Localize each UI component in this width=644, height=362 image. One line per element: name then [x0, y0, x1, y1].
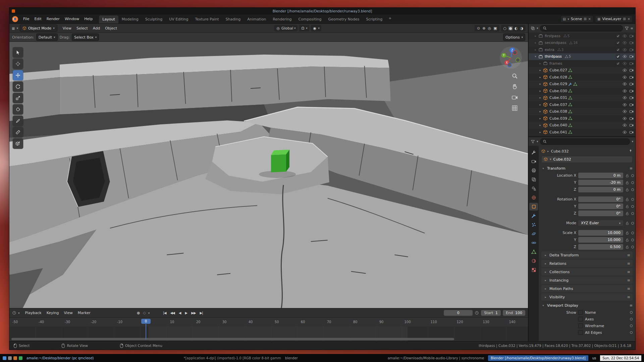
workspace-tab-animation[interactable]: Animation: [244, 15, 269, 23]
transform-orientation-selector[interactable]: ◎ Global ▾: [274, 25, 297, 32]
checkbox-label[interactable]: All Edges: [585, 330, 602, 335]
disclosure-arrow-icon[interactable]: ▸: [534, 48, 537, 51]
outliner-item-name[interactable]: Cube.039: [549, 116, 567, 121]
lock-icon[interactable]: [625, 245, 629, 249]
editor-type-icon[interactable]: ▦: [12, 26, 15, 30]
prev-keyframe-button[interactable]: ◀◀: [168, 310, 176, 315]
menu-file[interactable]: File: [21, 16, 32, 22]
start-frame-field[interactable]: Start 1: [481, 310, 501, 316]
checkbox[interactable]: [578, 310, 583, 315]
workspace-tab-geometry-nodes[interactable]: Geometry Nodes: [325, 15, 363, 23]
disable-render-camera-icon[interactable]: [629, 82, 634, 86]
workspace-tab-scripting[interactable]: Scripting: [363, 15, 386, 23]
window-titlebar[interactable]: Blender [/home/amalie/Desktop/blender/ru…: [9, 8, 635, 14]
disable-render-camera-icon[interactable]: [629, 34, 634, 38]
outliner-row-cube-031[interactable]: ▸ Cube.031: [529, 95, 635, 102]
timeline-track[interactable]: [9, 326, 528, 341]
lock-icon[interactable]: [625, 238, 629, 242]
outliner-item-name[interactable]: Cube.028: [549, 75, 567, 79]
object-name-field[interactable]: ▾ Cube.032: [541, 156, 633, 163]
mode-selector[interactable]: Object Mode ▾: [20, 24, 57, 32]
hide-eye-icon[interactable]: [623, 54, 627, 59]
shading-material[interactable]: ◐: [514, 26, 519, 31]
lock-icon[interactable]: [625, 221, 629, 225]
jump-to-start-button[interactable]: |◀: [161, 310, 168, 315]
hide-eye-icon[interactable]: [623, 48, 627, 52]
menu-object[interactable]: Object: [103, 25, 119, 32]
outliner-item-name[interactable]: Cube.041: [549, 130, 567, 134]
editor-type-icon[interactable]: [12, 311, 16, 315]
outliner-options-icon[interactable]: ≡: [631, 26, 633, 30]
disclosure-arrow-icon[interactable]: ▸: [538, 96, 542, 99]
annotate-tool[interactable]: [13, 116, 23, 126]
workspace-tab-modeling[interactable]: Modeling: [118, 15, 142, 23]
value-field[interactable]: -20 m: [578, 180, 623, 185]
value-field[interactable]: XYZ Euler ▾: [578, 220, 623, 226]
hide-eye-icon[interactable]: [623, 109, 627, 114]
workspace-tab-layout[interactable]: Layout: [99, 15, 118, 23]
workspace-tab-texture-paint[interactable]: Texture Paint: [192, 15, 222, 23]
exclude-checkbox-icon[interactable]: [616, 61, 620, 66]
taskbar-clock[interactable]: Sun, 22 Dec 02:54:54: [600, 355, 641, 361]
shading-wireframe[interactable]: ○: [503, 26, 507, 31]
viewport-canvas[interactable]: [9, 42, 528, 308]
tab-constraints[interactable]: [529, 239, 538, 247]
hide-eye-icon[interactable]: [623, 82, 627, 86]
breadcrumb-object-name[interactable]: Cube.032: [551, 149, 569, 154]
disclosure-arrow-icon[interactable]: ▸: [534, 41, 537, 44]
disable-render-camera-icon[interactable]: [629, 96, 634, 100]
panel-menu-icon[interactable]: ≡: [630, 303, 633, 308]
outliner-row-thirdpass[interactable]: ▾ thirdpass 5: [529, 53, 635, 60]
animate-dot[interactable]: [631, 181, 634, 184]
keyboard-layout-indicator[interactable]: us: [592, 356, 596, 360]
hide-eye-icon[interactable]: [623, 75, 627, 79]
outliner-row-secondpass[interactable]: ▸ secondpass 16: [529, 40, 635, 47]
disclosure-arrow-icon[interactable]: ▸: [538, 69, 542, 72]
checkbox[interactable]: [578, 317, 583, 321]
filter-icon[interactable]: [625, 26, 629, 31]
disclosure-arrow-icon[interactable]: ▸: [538, 62, 542, 65]
animate-dot[interactable]: [631, 198, 634, 201]
panel-menu-icon[interactable]: ≡: [627, 295, 630, 299]
checkbox-label[interactable]: Name: [585, 310, 596, 315]
outliner-row-cube-037[interactable]: ▸ Cube.037: [529, 101, 635, 108]
disclosure-arrow-icon[interactable]: ▸: [534, 35, 537, 38]
proportional-editing-controls[interactable]: ◉ ▾: [311, 25, 321, 32]
tab-render[interactable]: [529, 158, 538, 165]
panel-menu-icon[interactable]: ≡: [627, 287, 630, 291]
tab-tool[interactable]: [529, 148, 538, 156]
outliner-row-cube-028[interactable]: ▸ Cube.028: [529, 74, 635, 81]
value-field[interactable]: 10.000: [578, 230, 623, 236]
lock-icon[interactable]: [625, 197, 629, 201]
playhead[interactable]: 0: [141, 319, 151, 324]
scene-browse-icon[interactable]: ▤: [563, 17, 566, 21]
taskbar-blender-entry[interactable]: blender: [285, 356, 298, 360]
tab-texture[interactable]: [529, 266, 538, 274]
hide-eye-icon[interactable]: [623, 96, 627, 100]
hide-eye-icon[interactable]: [623, 68, 627, 72]
hide-eye-icon[interactable]: [623, 89, 627, 93]
animate-dot[interactable]: [631, 205, 634, 208]
disclosure-arrow-icon[interactable]: ▾: [534, 55, 537, 58]
disable-render-camera-icon[interactable]: [629, 103, 634, 107]
disclosure-arrow-icon[interactable]: ▸: [538, 103, 542, 106]
tab-physics[interactable]: [529, 230, 538, 238]
overlays-toggle[interactable]: ◎: [487, 26, 492, 31]
taskbar-gimp-window-title[interactable]: *[application 4-dpi] (imported)-1.0 [RGB…: [183, 356, 281, 360]
outliner-item-name[interactable]: Cube.029: [549, 82, 567, 86]
exclude-checkbox-icon[interactable]: [616, 48, 620, 52]
section-motion-paths[interactable]: ▸ Motion Paths ≡: [541, 285, 633, 292]
panel-menu-icon[interactable]: ≡: [627, 278, 630, 283]
current-frame-field[interactable]: 0: [444, 310, 473, 316]
tab-object-properties[interactable]: [529, 203, 538, 210]
timeline-scrollbar[interactable]: [11, 338, 454, 340]
animate-dot[interactable]: [631, 222, 634, 225]
animate-dot[interactable]: [631, 239, 634, 241]
menu-keying[interactable]: Keying: [44, 310, 61, 316]
outliner-item-name[interactable]: firstpass: [545, 34, 560, 38]
tab-modifiers[interactable]: [529, 212, 538, 220]
rotate-tool[interactable]: [13, 81, 23, 92]
panel-menu-icon[interactable]: ≡: [627, 253, 630, 257]
value-field[interactable]: 0°: [578, 203, 623, 209]
disable-render-camera-icon[interactable]: [629, 41, 634, 45]
